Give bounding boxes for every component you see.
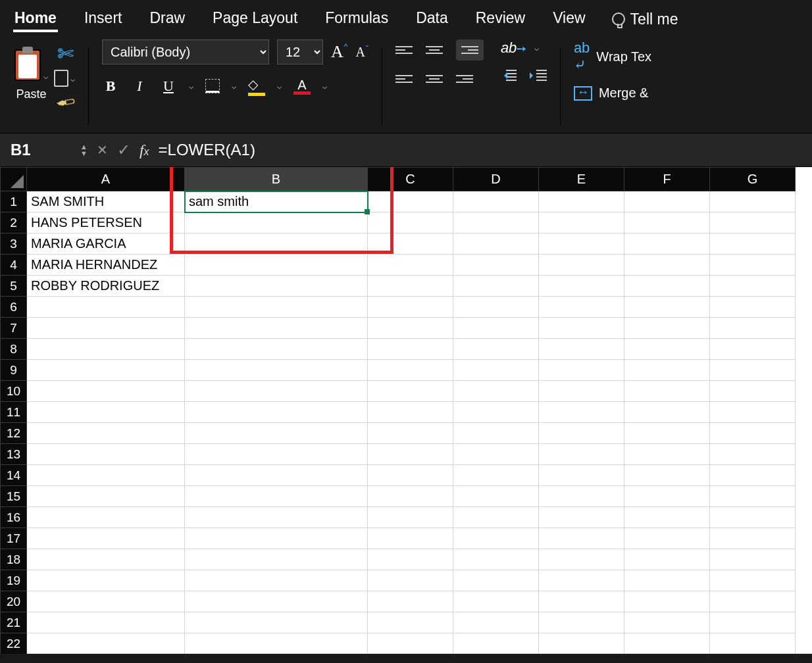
cell-D17[interactable] <box>453 528 539 549</box>
cell-C8[interactable] <box>368 339 453 360</box>
copy-button[interactable]: ⌵ <box>56 72 75 86</box>
orientation-dropdown[interactable]: ⌵ <box>534 43 539 53</box>
cell-D8[interactable] <box>453 339 539 360</box>
cell-C1[interactable] <box>368 191 453 212</box>
cell-D1[interactable] <box>453 191 539 212</box>
row-header-17[interactable]: 17 <box>1 528 27 549</box>
cell-F6[interactable] <box>624 297 710 318</box>
cell-A9[interactable] <box>27 360 185 381</box>
cell-D12[interactable] <box>453 423 539 444</box>
row-header-19[interactable]: 19 <box>1 570 27 591</box>
borders-dropdown[interactable]: ⌵ <box>232 82 236 91</box>
row-header-1[interactable]: 1 <box>1 191 27 212</box>
cell-A22[interactable] <box>27 633 185 654</box>
cell-G22[interactable] <box>710 633 796 654</box>
cell-G20[interactable] <box>710 591 796 612</box>
cell-D22[interactable] <box>453 633 539 654</box>
cell-A7[interactable] <box>27 318 185 339</box>
name-box[interactable] <box>5 138 71 162</box>
cell-A21[interactable] <box>27 612 185 633</box>
row-header-16[interactable]: 16 <box>1 507 27 528</box>
cell-C7[interactable] <box>368 318 453 339</box>
cell-G1[interactable] <box>710 191 796 212</box>
cell-F9[interactable] <box>624 360 710 381</box>
cell-A10[interactable] <box>27 381 185 402</box>
format-painter-icon[interactable]: 🖌 <box>54 90 78 114</box>
cell-C10[interactable] <box>368 381 453 402</box>
cell-D11[interactable] <box>453 402 539 423</box>
cell-B22[interactable] <box>185 633 368 654</box>
cell-C22[interactable] <box>368 633 453 654</box>
cell-A18[interactable] <box>27 549 185 570</box>
cell-B7[interactable] <box>185 318 368 339</box>
merge-button[interactable]: Merge & <box>574 86 649 101</box>
cut-icon[interactable]: ✄ <box>57 42 74 65</box>
row-header-9[interactable]: 9 <box>1 360 27 381</box>
cell-D16[interactable] <box>453 507 539 528</box>
cell-E2[interactable] <box>539 212 624 233</box>
row-header-11[interactable]: 11 <box>1 402 27 423</box>
cell-E20[interactable] <box>539 591 624 612</box>
tab-formulas[interactable]: Formulas <box>324 7 390 32</box>
cell-D14[interactable] <box>453 465 539 486</box>
cell-D6[interactable] <box>453 297 539 318</box>
cell-F20[interactable] <box>624 591 710 612</box>
cell-F8[interactable] <box>624 339 710 360</box>
cell-G2[interactable] <box>710 212 796 233</box>
cell-D10[interactable] <box>453 381 539 402</box>
cell-G7[interactable] <box>710 318 796 339</box>
cell-B8[interactable] <box>185 339 368 360</box>
cell-C5[interactable] <box>368 276 453 297</box>
cell-B13[interactable] <box>185 444 368 465</box>
cell-E16[interactable] <box>539 507 624 528</box>
cell-F22[interactable] <box>624 633 710 654</box>
column-header-C[interactable]: C <box>368 168 453 191</box>
cell-A15[interactable] <box>27 486 185 507</box>
cell-F5[interactable] <box>624 276 710 297</box>
cell-B15[interactable] <box>185 486 368 507</box>
align-right-icon[interactable] <box>456 72 473 86</box>
row-header-15[interactable]: 15 <box>1 486 27 507</box>
cell-F1[interactable] <box>624 191 710 212</box>
row-header-4[interactable]: 4 <box>1 255 27 276</box>
paste-dropdown[interactable]: ⌵ <box>43 72 48 81</box>
cell-A8[interactable] <box>27 339 185 360</box>
cell-C21[interactable] <box>368 612 453 633</box>
cell-F10[interactable] <box>624 381 710 402</box>
cell-F4[interactable] <box>624 255 710 276</box>
cell-D21[interactable] <box>453 612 539 633</box>
paste-icon[interactable] <box>14 49 41 81</box>
tell-me[interactable]: Tell me <box>612 11 678 28</box>
cell-D5[interactable] <box>453 276 539 297</box>
font-size-select[interactable]: 12 <box>277 39 323 64</box>
cell-F11[interactable] <box>624 402 710 423</box>
cell-E15[interactable] <box>539 486 624 507</box>
cell-F13[interactable] <box>624 444 710 465</box>
cell-A11[interactable] <box>27 402 185 423</box>
cell-C4[interactable] <box>368 255 453 276</box>
cell-E22[interactable] <box>539 633 624 654</box>
cell-G9[interactable] <box>710 360 796 381</box>
cell-B11[interactable] <box>185 402 368 423</box>
cell-D15[interactable] <box>453 486 539 507</box>
cell-F16[interactable] <box>624 507 710 528</box>
cell-B3[interactable] <box>185 233 368 255</box>
cell-A20[interactable] <box>27 591 185 612</box>
wrap-text-button[interactable]: ab⤶ Wrap Tex <box>574 39 651 74</box>
row-header-21[interactable]: 21 <box>1 612 27 633</box>
cell-D2[interactable] <box>453 212 539 233</box>
cell-C14[interactable] <box>368 465 453 486</box>
cell-D7[interactable] <box>453 318 539 339</box>
orientation-icon[interactable]: ab➚ <box>501 39 526 57</box>
align-middle-icon[interactable] <box>426 43 443 57</box>
cell-B5[interactable] <box>185 276 368 297</box>
cell-A19[interactable] <box>27 570 185 591</box>
cell-B19[interactable] <box>185 570 368 591</box>
row-header-7[interactable]: 7 <box>1 318 27 339</box>
cell-E14[interactable] <box>539 465 624 486</box>
column-header-E[interactable]: E <box>539 168 624 191</box>
align-center-icon[interactable] <box>426 72 443 86</box>
cell-B12[interactable] <box>185 423 368 444</box>
cell-D19[interactable] <box>453 570 539 591</box>
cell-E13[interactable] <box>539 444 624 465</box>
